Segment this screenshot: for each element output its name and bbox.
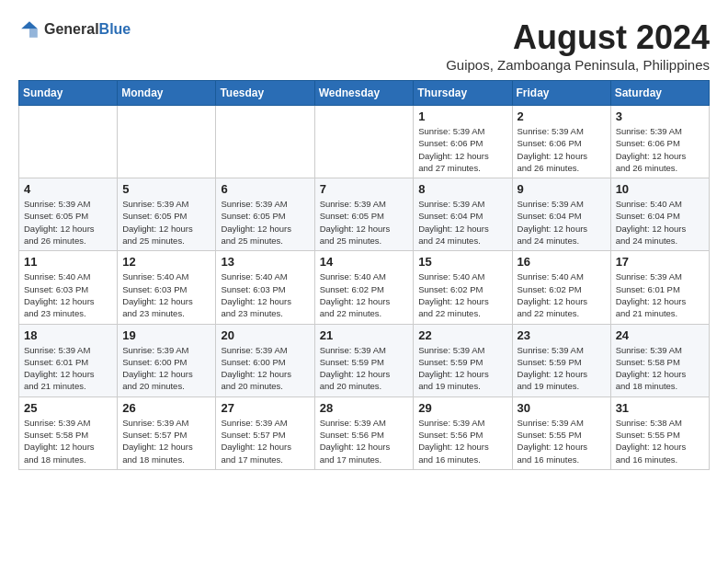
day-info: Sunrise: 5:39 AM Sunset: 6:06 PM Dayligh…	[418, 125, 506, 174]
calendar-table: SundayMondayTuesdayWednesdayThursdayFrid…	[18, 80, 710, 470]
day-info: Sunrise: 5:40 AM Sunset: 6:03 PM Dayligh…	[24, 270, 112, 319]
day-of-week-header: Friday	[512, 81, 610, 106]
calendar-cell: 26Sunrise: 5:39 AM Sunset: 5:57 PM Dayli…	[118, 396, 216, 469]
day-number: 28	[320, 401, 409, 415]
calendar-cell: 16Sunrise: 5:40 AM Sunset: 6:02 PM Dayli…	[512, 251, 610, 324]
day-info: Sunrise: 5:40 AM Sunset: 6:02 PM Dayligh…	[320, 270, 409, 319]
calendar-cell: 6Sunrise: 5:39 AM Sunset: 6:05 PM Daylig…	[216, 178, 314, 251]
day-info: Sunrise: 5:40 AM Sunset: 6:03 PM Dayligh…	[221, 270, 309, 319]
day-number: 4	[24, 182, 112, 196]
day-number: 18	[24, 328, 112, 342]
day-of-week-header: Wednesday	[314, 81, 414, 106]
calendar-week-row: 1Sunrise: 5:39 AM Sunset: 6:06 PM Daylig…	[19, 106, 710, 178]
calendar-week-row: 11Sunrise: 5:40 AM Sunset: 6:03 PM Dayli…	[19, 251, 710, 324]
day-number: 19	[122, 328, 210, 342]
day-info: Sunrise: 5:39 AM Sunset: 6:04 PM Dayligh…	[518, 198, 606, 247]
day-info: Sunrise: 5:40 AM Sunset: 6:02 PM Dayligh…	[518, 270, 606, 319]
day-info: Sunrise: 5:39 AM Sunset: 6:04 PM Dayligh…	[418, 198, 506, 247]
day-info: Sunrise: 5:39 AM Sunset: 6:05 PM Dayligh…	[122, 198, 210, 247]
day-info: Sunrise: 5:39 AM Sunset: 5:59 PM Dayligh…	[518, 344, 606, 393]
calendar-cell: 31Sunrise: 5:38 AM Sunset: 5:55 PM Dayli…	[610, 396, 709, 469]
calendar-cell	[314, 106, 414, 178]
day-number: 21	[320, 328, 409, 342]
day-number: 12	[122, 255, 210, 269]
calendar-header-row: SundayMondayTuesdayWednesdayThursdayFrid…	[19, 81, 710, 106]
day-number: 14	[320, 255, 409, 269]
day-info: Sunrise: 5:39 AM Sunset: 6:06 PM Dayligh…	[616, 125, 704, 174]
calendar-cell: 8Sunrise: 5:39 AM Sunset: 6:04 PM Daylig…	[414, 178, 512, 251]
day-number: 2	[518, 109, 606, 123]
calendar-cell: 14Sunrise: 5:40 AM Sunset: 6:02 PM Dayli…	[314, 251, 414, 324]
day-info: Sunrise: 5:39 AM Sunset: 5:59 PM Dayligh…	[320, 344, 409, 393]
calendar-cell: 5Sunrise: 5:39 AM Sunset: 6:05 PM Daylig…	[118, 178, 216, 251]
day-number: 30	[518, 401, 606, 415]
day-info: Sunrise: 5:39 AM Sunset: 5:57 PM Dayligh…	[122, 417, 210, 465]
page-header: GeneralBlue August 2024 Guipos, Zamboang…	[18, 18, 710, 73]
day-number: 22	[418, 328, 506, 342]
calendar-week-row: 18Sunrise: 5:39 AM Sunset: 6:01 PM Dayli…	[19, 324, 710, 396]
day-number: 31	[616, 401, 704, 415]
calendar-cell: 12Sunrise: 5:40 AM Sunset: 6:03 PM Dayli…	[118, 251, 216, 324]
calendar-cell: 1Sunrise: 5:39 AM Sunset: 6:06 PM Daylig…	[414, 106, 512, 178]
day-info: Sunrise: 5:40 AM Sunset: 6:03 PM Dayligh…	[122, 270, 210, 319]
day-of-week-header: Monday	[118, 81, 216, 106]
day-info: Sunrise: 5:38 AM Sunset: 5:55 PM Dayligh…	[616, 417, 704, 465]
calendar-cell: 27Sunrise: 5:39 AM Sunset: 5:57 PM Dayli…	[216, 396, 314, 469]
day-of-week-header: Thursday	[414, 81, 512, 106]
calendar-cell	[118, 106, 216, 178]
calendar-cell: 18Sunrise: 5:39 AM Sunset: 6:01 PM Dayli…	[19, 324, 118, 396]
logo-text-blue: Blue	[99, 21, 131, 37]
calendar-cell: 10Sunrise: 5:40 AM Sunset: 6:04 PM Dayli…	[610, 178, 709, 251]
day-of-week-header: Saturday	[610, 81, 709, 106]
day-number: 15	[418, 255, 506, 269]
calendar-cell: 11Sunrise: 5:40 AM Sunset: 6:03 PM Dayli…	[19, 251, 118, 324]
calendar-cell: 4Sunrise: 5:39 AM Sunset: 6:05 PM Daylig…	[19, 178, 118, 251]
day-info: Sunrise: 5:39 AM Sunset: 5:56 PM Dayligh…	[320, 417, 409, 465]
day-number: 13	[221, 255, 309, 269]
day-info: Sunrise: 5:40 AM Sunset: 6:04 PM Dayligh…	[616, 198, 704, 247]
day-number: 1	[418, 109, 506, 123]
day-info: Sunrise: 5:39 AM Sunset: 6:05 PM Dayligh…	[320, 198, 409, 247]
calendar-cell: 2Sunrise: 5:39 AM Sunset: 6:06 PM Daylig…	[512, 106, 610, 178]
calendar-cell: 9Sunrise: 5:39 AM Sunset: 6:04 PM Daylig…	[512, 178, 610, 251]
calendar-cell: 25Sunrise: 5:39 AM Sunset: 5:58 PM Dayli…	[19, 396, 118, 469]
day-number: 7	[320, 182, 409, 196]
day-number: 27	[221, 401, 309, 415]
day-number: 10	[616, 182, 704, 196]
day-info: Sunrise: 5:39 AM Sunset: 6:05 PM Dayligh…	[221, 198, 309, 247]
day-number: 9	[518, 182, 606, 196]
calendar-cell: 29Sunrise: 5:39 AM Sunset: 5:56 PM Dayli…	[414, 396, 512, 469]
day-number: 17	[616, 255, 704, 269]
svg-marker-1	[29, 29, 38, 38]
day-info: Sunrise: 5:39 AM Sunset: 6:05 PM Dayligh…	[24, 198, 112, 247]
day-info: Sunrise: 5:39 AM Sunset: 5:58 PM Dayligh…	[24, 417, 112, 465]
calendar-week-row: 4Sunrise: 5:39 AM Sunset: 6:05 PM Daylig…	[19, 178, 710, 251]
day-info: Sunrise: 5:39 AM Sunset: 6:01 PM Dayligh…	[24, 344, 112, 393]
calendar-cell: 13Sunrise: 5:40 AM Sunset: 6:03 PM Dayli…	[216, 251, 314, 324]
day-number: 20	[221, 328, 309, 342]
day-number: 24	[616, 328, 704, 342]
calendar-cell: 24Sunrise: 5:39 AM Sunset: 5:58 PM Dayli…	[610, 324, 709, 396]
day-number: 5	[122, 182, 210, 196]
day-number: 16	[518, 255, 606, 269]
logo-icon	[18, 18, 40, 40]
day-info: Sunrise: 5:39 AM Sunset: 6:06 PM Dayligh…	[518, 125, 606, 174]
day-info: Sunrise: 5:39 AM Sunset: 6:00 PM Dayligh…	[221, 344, 309, 393]
calendar-cell: 3Sunrise: 5:39 AM Sunset: 6:06 PM Daylig…	[610, 106, 709, 178]
day-of-week-header: Tuesday	[216, 81, 314, 106]
day-number: 23	[518, 328, 606, 342]
title-area: August 2024 Guipos, Zamboanga Peninsula,…	[446, 18, 710, 73]
day-info: Sunrise: 5:40 AM Sunset: 6:02 PM Dayligh…	[418, 270, 506, 319]
day-info: Sunrise: 5:39 AM Sunset: 5:56 PM Dayligh…	[418, 417, 506, 465]
logo-text-general: General	[44, 21, 99, 37]
day-number: 25	[24, 401, 112, 415]
day-number: 26	[122, 401, 210, 415]
day-number: 29	[418, 401, 506, 415]
calendar-cell: 30Sunrise: 5:39 AM Sunset: 5:55 PM Dayli…	[512, 396, 610, 469]
day-number: 6	[221, 182, 309, 196]
day-info: Sunrise: 5:39 AM Sunset: 6:00 PM Dayligh…	[122, 344, 210, 393]
day-info: Sunrise: 5:39 AM Sunset: 5:58 PM Dayligh…	[616, 344, 704, 393]
svg-marker-0	[21, 21, 38, 29]
calendar-cell	[216, 106, 314, 178]
calendar-cell: 22Sunrise: 5:39 AM Sunset: 5:59 PM Dayli…	[414, 324, 512, 396]
